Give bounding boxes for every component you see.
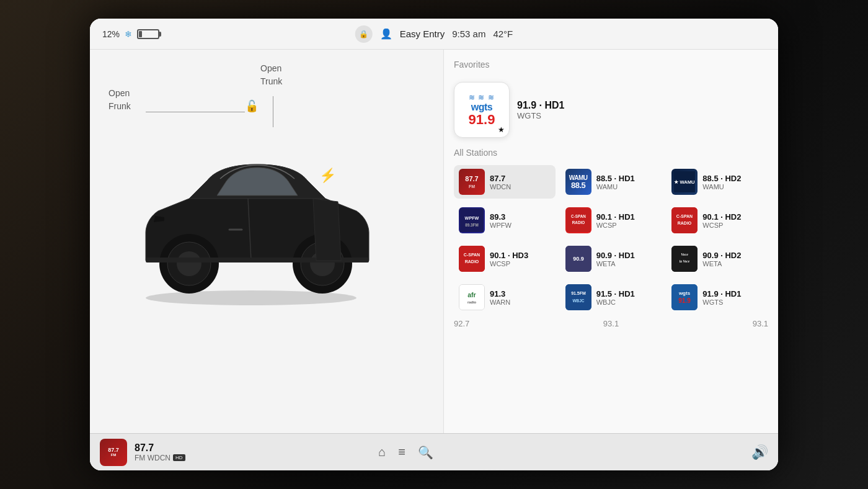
stations-grid: 87.7 FM 87.7 WDCN WAMU 88.5 [454, 165, 768, 314]
station-item-wcsp-hd1[interactable]: C-SPAN RADIO 90.1 · HD1 WCSP [560, 204, 662, 237]
wcsp-hd2-info: 90.1 · HD2 WCSP [702, 212, 763, 229]
more-freq-2: 93.1 [603, 319, 619, 328]
current-station-info: 87.7 FM WDCN HD [135, 442, 371, 462]
station-item-wgts-hd1[interactable]: wgts 91.9 91.9 · HD1 WGTS [666, 280, 768, 314]
battery-bar [137, 29, 159, 39]
frunk-connector-line [146, 112, 245, 112]
cspan-hd3-info: 90.1 · HD3 WCSP [490, 251, 551, 267]
svg-text:WBJC: WBJC [572, 298, 584, 303]
afr-info: 91.3 WARN [490, 289, 551, 306]
right-panel: 📊 🔍 ≡ Stations Direct Tune Favorites ≋ ≋… [443, 19, 778, 470]
station-item-wpfw[interactable]: WPFW 89.3FM 89.3 WPFW [454, 204, 556, 237]
temperature-display: 42°F [493, 29, 513, 39]
station-item-wamu-hd1[interactable]: WAMU 88.5 88.5 · HD1 WAMU [560, 165, 662, 199]
svg-text:Voce: Voce [681, 253, 688, 256]
favorites-title: Favorites [454, 60, 768, 70]
svg-text:RADIO: RADIO [678, 221, 692, 225]
vehicle-display: Open Frunk Open Trunk 🔓 ⚡ [90, 50, 443, 434]
snowflake-icon: ❄ [125, 29, 132, 39]
trunk-label[interactable]: Open Trunk [260, 62, 282, 88]
svg-point-4 [177, 251, 202, 276]
svg-text:RADIO: RADIO [572, 220, 584, 225]
station-item-wcsp-hd2[interactable]: C-SPAN RADIO 90.1 · HD2 WCSP [666, 204, 768, 237]
station-item-afr[interactable]: afr radio 91.3 WARN [454, 280, 556, 314]
station-item-wamu-hd2[interactable]: ★ WAMU 88.5 · HD2 WAMU [666, 165, 768, 199]
svg-rect-26 [671, 246, 698, 272]
wgts-logo: ≋ ≋ ≋ wgts 91.9 ★ [454, 82, 510, 138]
wdcn-logo: 87.7 FM [459, 169, 485, 195]
station-item-weta-hd2[interactable]: Voce la Voce 90.9 · HD2 WETA [666, 242, 768, 276]
media-bottom-bar: 🔊 [443, 433, 778, 470]
svg-text:la Voce: la Voce [680, 259, 690, 263]
svg-text:91.9: 91.9 [679, 297, 691, 304]
svg-text:C-SPAN: C-SPAN [571, 214, 586, 218]
svg-rect-32 [565, 284, 591, 310]
svg-text:WPFW: WPFW [465, 215, 479, 221]
driver-icon: 👤 [380, 28, 392, 40]
wgts-hd1-logo: wgts 91.9 [671, 284, 698, 310]
trunk-connector-line [273, 96, 273, 127]
lock-icon[interactable]: 🔒 [355, 25, 373, 43]
wpfw-logo: WPFW 89.3FM [459, 207, 485, 233]
afr-logo: afr radio [459, 284, 485, 310]
wamu-hd1-logo: WAMU 88.5 [565, 169, 591, 195]
wamu-hd2-logo: ★ WAMU [671, 169, 698, 195]
frunk-lock-icon: 🔓 [245, 99, 259, 113]
featured-station[interactable]: ≋ ≋ ≋ wgts 91.9 ★ 91.9 · HD1 WGTS [454, 77, 768, 143]
svg-text:89.3FM: 89.3FM [465, 223, 478, 227]
weta-hd2-logo: Voce la Voce [671, 246, 698, 272]
weta-hd1-logo: 90.9 [565, 246, 591, 272]
current-station-name: FM WDCN HD [135, 454, 371, 462]
station-item-wdcn[interactable]: 87.7 FM 87.7 WDCN [454, 165, 556, 199]
wdcn-info: 87.7 WDCN [490, 174, 551, 191]
station-item-wbjc[interactable]: 91.5FM WBJC 91.5 · HD1 WBJC [560, 280, 662, 314]
left-panel: Open Frunk Open Trunk 🔓 ⚡ [90, 19, 443, 470]
featured-freq: 91.9 · HD1 [517, 100, 768, 111]
current-station-logo: 87.7 FM [100, 439, 127, 466]
car-illustration [127, 130, 388, 316]
hd-badge: HD [173, 454, 185, 461]
svg-text:C-SPAN: C-SPAN [464, 253, 480, 257]
svg-text:90.9: 90.9 [573, 256, 584, 262]
station-item-weta-hd1[interactable]: 90.9 90.9 · HD1 WETA [560, 242, 662, 276]
battery-fill [139, 31, 142, 37]
svg-text:RADIO: RADIO [465, 259, 479, 264]
featured-station-info: 91.9 · HD1 WGTS [517, 100, 768, 120]
station-item-cspan-hd3[interactable]: C-SPAN RADIO 90.1 · HD3 WCSP [454, 242, 556, 276]
favorites-section: Favorites ≋ ≋ ≋ wgts 91.9 ★ 91.9 · HD1 W… [444, 50, 778, 148]
bottom-controls: ⌂ ≡ 🔍 [378, 445, 433, 460]
wcsp-hd1-logo: C-SPAN RADIO [565, 207, 591, 233]
wcsp-hd2-logo: C-SPAN RADIO [671, 207, 698, 233]
home-icon[interactable]: ⌂ [378, 445, 386, 459]
cspan-hd3-logo: C-SPAN RADIO [459, 246, 485, 272]
current-freq: 87.7 [135, 442, 371, 454]
search-bottom-icon[interactable]: 🔍 [418, 445, 433, 460]
more-freq-3: 93.1 [753, 319, 768, 328]
weta-hd1-info: 90.9 · HD1 WETA [596, 251, 657, 267]
status-bar-center: 🔒 👤 Easy Entry 9:53 am 42°F [355, 25, 513, 43]
wbjc-info: 91.5 · HD1 WBJC [596, 289, 657, 306]
svg-text:C-SPAN: C-SPAN [676, 214, 693, 218]
bottom-bar-left: 87.7 FM 87.7 FM WDCN HD ⌂ ≡ 🔍 [90, 433, 443, 470]
status-bar: 12% ❄ 🔒 👤 Easy Entry 9:53 am 42°F [90, 19, 778, 50]
svg-text:afr: afr [467, 292, 476, 298]
weta-hd2-info: 90.9 · HD2 WETA [702, 251, 763, 267]
svg-text:★ WAMU: ★ WAMU [675, 179, 696, 185]
svg-text:wgts: wgts [678, 290, 691, 296]
battery-percent: 12% [102, 29, 120, 39]
volume-icon[interactable]: 🔊 [751, 444, 768, 460]
tesla-screen: 12% ❄ 🔒 👤 Easy Entry 9:53 am 42°F Open F… [90, 19, 778, 470]
svg-text:91.5FM: 91.5FM [571, 291, 586, 295]
frunk-label[interactable]: Open Frunk [108, 87, 131, 113]
more-freq-1: 92.7 [454, 319, 469, 328]
time-display: 9:53 am [452, 29, 485, 39]
equalizer-icon[interactable]: ≡ [398, 445, 405, 459]
featured-name: WGTS [517, 111, 768, 120]
svg-text:radio: radio [467, 300, 476, 304]
wbjc-logo: 91.5FM WBJC [565, 284, 591, 310]
wcsp-hd1-info: 90.1 · HD1 WCSP [596, 212, 657, 229]
wamu-hd1-info: 88.5 · HD1 WAMU [596, 174, 657, 191]
all-stations-section: All Stations 87.7 FM 87.7 WDCN [444, 148, 778, 328]
wpfw-info: 89.3 WPFW [490, 212, 551, 229]
all-stations-title: All Stations [454, 148, 768, 158]
